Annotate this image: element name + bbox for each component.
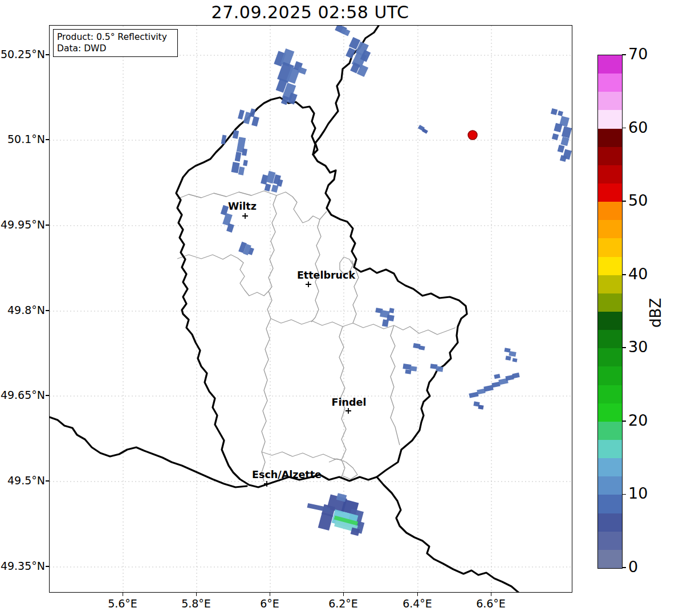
district-border-path — [262, 452, 341, 460]
colorbar-tick-mark — [622, 54, 626, 55]
radar-echo-pixel — [512, 373, 519, 378]
radar-echo-pixel — [307, 503, 331, 512]
colorbar-tick-label: 50 — [628, 191, 648, 209]
colorbar-segment — [598, 202, 622, 220]
product-info-box: Product: 0.5° Reflectivity Data: DWD — [53, 29, 178, 57]
radar-echo-pixel — [478, 405, 483, 409]
radar-echo-pixel — [552, 133, 559, 140]
radar-echo-pixel — [249, 108, 255, 117]
colorbar-segment — [598, 92, 622, 110]
colorbar-tick-label: 10 — [628, 484, 648, 502]
colorbar-segment — [598, 129, 622, 147]
colorbar-segment — [598, 550, 622, 568]
y-tick-label: 49.95°N — [0, 218, 45, 231]
y-tick-mark — [46, 566, 49, 566]
colorbar-segment — [598, 74, 622, 92]
city-label: Findel — [332, 397, 367, 408]
district-border-path — [329, 459, 357, 479]
district-border-path — [267, 195, 276, 319]
y-tick-mark — [46, 225, 49, 225]
y-tick-label: 50.25°N — [0, 48, 45, 60]
y-tick-label: 49.5°N — [0, 474, 45, 487]
colorbar-segment — [598, 385, 622, 403]
x-tick-label: 6.4°E — [392, 597, 443, 610]
radar-echo-pixel — [243, 160, 248, 166]
radar-echo-pixel — [436, 366, 443, 372]
colorbar-segment — [598, 220, 622, 238]
radar-echo-pixel — [251, 116, 259, 127]
x-tick-mark — [270, 593, 270, 596]
district-border-path — [177, 255, 269, 296]
colorbar-tick-label: 0 — [628, 558, 638, 576]
colorbar — [597, 55, 623, 569]
radar-echo-pixel — [238, 109, 245, 120]
colorbar-segment — [598, 422, 622, 440]
radar-echo-pixel — [405, 369, 412, 374]
colorbar-segment — [598, 532, 622, 550]
map-plot-area: WiltzEttelbruckFindelEsch/Alzette — [49, 25, 572, 593]
colorbar-segment — [598, 330, 622, 348]
x-tick-label: 5.8°E — [170, 597, 222, 610]
y-tick-mark — [46, 395, 49, 395]
colorbar-segment — [598, 238, 622, 256]
colorbar-segment — [598, 312, 622, 330]
colorbar-segment — [598, 403, 622, 422]
colorbar-segment — [598, 366, 622, 385]
x-tick-mark — [343, 593, 344, 596]
colorbar-segment — [598, 165, 622, 183]
colorbar-segment — [598, 458, 622, 476]
colorbar-tick-mark — [622, 567, 626, 568]
colorbar-tick-label: 60 — [628, 119, 648, 136]
district-border-path — [271, 319, 456, 334]
colorbar-tick-mark — [622, 421, 626, 422]
colorbar-tick-label: 40 — [628, 265, 648, 283]
radar-echo-pixel — [558, 145, 565, 153]
product-info-line1: Product: 0.5° Reflectivity — [57, 31, 174, 43]
radar-echo-pixel — [551, 108, 558, 115]
y-tick-label: 49.35°N — [0, 560, 45, 572]
radar-echo-pixel — [560, 137, 569, 146]
colorbar-segment — [598, 147, 622, 165]
colorbar-axis-label: dBZ — [647, 295, 664, 331]
radar-echo-pixel — [389, 308, 394, 313]
y-tick-mark — [46, 54, 49, 55]
x-tick-label: 6.2°E — [318, 597, 369, 610]
radar-echo-pixel — [494, 374, 500, 379]
colorbar-tick-label: 20 — [628, 411, 648, 429]
radar-echo-pixel — [513, 358, 518, 362]
colorbar-segment — [598, 293, 622, 312]
radar-echo-pixel — [505, 356, 511, 360]
radar-echo-pixel — [235, 152, 242, 161]
page-title: 27.09.2025 02:58 UTC — [49, 2, 571, 22]
x-tick-mark — [196, 593, 197, 596]
district-border-path — [391, 325, 400, 445]
colorbar-segment — [598, 257, 622, 275]
radar-echo-pixel — [483, 385, 494, 391]
colorbar-tick-mark — [622, 201, 626, 202]
colorbar-segment — [598, 513, 622, 532]
y-tick-label: 49.8°N — [0, 304, 45, 316]
radar-echo-pixel — [509, 351, 516, 357]
x-tick-mark — [123, 593, 123, 596]
colorbar-tick-label: 30 — [628, 338, 648, 356]
y-tick-mark — [46, 310, 49, 311]
country-border-path — [377, 477, 519, 592]
radar-echo-pixel — [318, 512, 334, 531]
city-marker-icon — [345, 408, 351, 414]
radar-site-dot — [468, 130, 477, 140]
city-marker-icon — [306, 282, 311, 287]
colorbar-segment — [598, 275, 622, 293]
colorbar-segment — [598, 495, 622, 513]
y-tick-mark — [46, 480, 49, 481]
y-tick-label: 50.1°N — [0, 133, 45, 145]
country-border-path — [176, 97, 467, 487]
radar-echo-pixel — [382, 319, 389, 327]
city-label: Ettelbruck — [297, 270, 356, 281]
colorbar-segment — [598, 55, 622, 74]
colorbar-tick-mark — [622, 274, 626, 275]
district-border-path — [262, 319, 271, 482]
colorbar-segment — [598, 110, 622, 128]
colorbar-tick-mark — [622, 347, 626, 348]
y-tick-mark — [46, 139, 49, 140]
radar-echo-pixel — [554, 123, 562, 133]
